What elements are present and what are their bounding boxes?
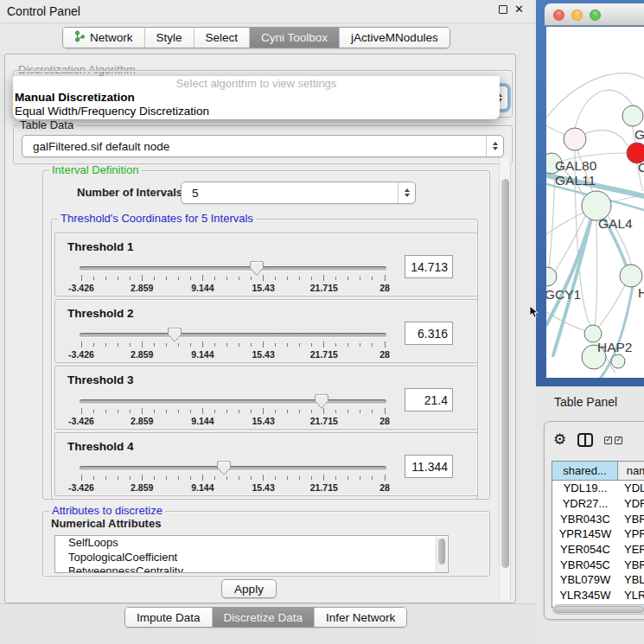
table-row[interactable]: YLR345WYLR3: [552, 588, 644, 603]
threshold-title: Threshold 2: [67, 307, 134, 320]
threshold-slider[interactable]: [80, 266, 386, 271]
cell-shared-name: YBR045C: [552, 557, 618, 572]
number-of-intervals-label: Number of Intervals: [74, 187, 185, 199]
number-of-intervals-combo[interactable]: 5: [181, 182, 416, 204]
gear-icon[interactable]: ⚙: [553, 431, 566, 449]
app-screen: Control Panel ✕ NetworkStyleSelectCyni T…: [0, 0, 644, 644]
tab-label: Impute Data: [137, 611, 201, 624]
tab-select[interactable]: Select: [194, 28, 250, 48]
algorithm-popup: Select algorithm to view settings Manual…: [13, 76, 500, 119]
checkbox-checked-icon[interactable]: [604, 437, 612, 444]
node-bottom-small[interactable]: [611, 354, 625, 368]
cell-name: YER0: [618, 542, 644, 558]
panel-scrollbar[interactable]: [499, 158, 511, 601]
threshold-value-field[interactable]: [405, 388, 453, 411]
split-table-icon[interactable]: [577, 433, 593, 447]
zoom-light[interactable]: [590, 10, 601, 21]
numerical-attributes-list[interactable]: SelfLoopsTopologicalCoefficientBetweenne…: [54, 535, 449, 573]
threshold-slider[interactable]: [80, 466, 386, 470]
tab-label: Cyni Toolbox: [261, 31, 328, 44]
attributes-group-label: Attributes to discretize: [49, 505, 165, 517]
table-row[interactable]: YBR043CYBR0: [552, 511, 644, 526]
minimize-light[interactable]: [571, 10, 583, 21]
tab-impute-data[interactable]: Impute Data: [125, 608, 212, 627]
cell-name: YPR1: [618, 526, 644, 542]
mouse-cursor: [529, 305, 539, 322]
slider-ticks: [81, 275, 385, 282]
table-panel-box: ⚙ shared... name YDL19...YDL1YDR27...YDR…: [544, 421, 644, 620]
threshold-card-2: Threshold 2-3.4262.8599.14415.4321.71528: [54, 299, 478, 363]
slider-tick-labels: -3.4262.8599.14415.4321.71528: [81, 416, 385, 426]
slider-ticks: [81, 408, 385, 415]
bottom-tab-bar: Impute DataDiscretize DataInfer Network: [124, 607, 407, 628]
tab-infer-network[interactable]: Infer Network: [314, 608, 406, 627]
panel-scrollbar-thumb[interactable]: [501, 179, 509, 568]
threshold-card-1: Threshold 1-3.4262.8599.14415.4321.71528: [54, 233, 478, 296]
attribute-list-item[interactable]: SelfLoops: [55, 536, 448, 551]
column-header-name[interactable]: name: [618, 462, 644, 480]
combo-stepper-icon: [398, 182, 415, 203]
close-icon[interactable]: ✕: [514, 5, 524, 14]
algorithm-option-equal-width[interactable]: Equal Width/Frequency Discretization: [13, 105, 500, 118]
table-row[interactable]: YDL19...YDL1: [552, 481, 644, 496]
column-header-shared-name[interactable]: shared...: [552, 462, 618, 480]
table-row[interactable]: YER054CYER0: [552, 542, 644, 558]
node-table[interactable]: shared... name YDL19...YDL1YDR27...YDR2Y…: [552, 461, 644, 608]
attribute-list-item[interactable]: TopologicalCoefficient: [55, 551, 448, 565]
threshold-slider[interactable]: [80, 399, 386, 404]
apply-button[interactable]: Apply: [221, 579, 277, 598]
algorithm-option-manual[interactable]: Manual Discretization: [13, 91, 500, 105]
threshold-value-field[interactable]: [405, 455, 453, 478]
attributes-list-scrollbar[interactable]: [436, 537, 447, 573]
cell-shared-name: YPR145W: [552, 526, 618, 542]
table-horizontal-scrollbar[interactable]: [552, 604, 644, 615]
algorithm-popup-placeholder: Select algorithm to view settings: [13, 77, 500, 91]
threshold-slider[interactable]: [80, 333, 386, 337]
tab-label: Discretize Data: [224, 611, 303, 624]
cell-shared-name: YDR27...: [552, 496, 618, 512]
tab-label: Select: [206, 31, 239, 44]
cell-name: YBL0: [618, 572, 644, 588]
node-label-hap2: HAP2: [597, 340, 633, 354]
cell-shared-name: YDL19...: [552, 481, 618, 496]
node-label-gcy1: GCY1: [546, 287, 581, 302]
table-row[interactable]: YBR045CYBR0: [552, 557, 644, 572]
table-scrollbar-thumb[interactable]: [554, 606, 644, 613]
close-light[interactable]: [553, 10, 564, 21]
node-top-right[interactable]: [622, 105, 643, 126]
threshold-value-field[interactable]: [405, 255, 453, 278]
interval-definition-group-label: Interval Definition: [49, 164, 141, 176]
tab-jactivemnodules[interactable]: jActiveMNodules: [339, 28, 450, 48]
cell-name: YDR2: [618, 496, 644, 512]
table-data-combo[interactable]: galFiltered.sif default node: [22, 135, 504, 157]
node-gcy1[interactable]: [546, 267, 557, 286]
node-gal80[interactable]: [564, 128, 586, 150]
threshold-value-field[interactable]: [405, 322, 453, 345]
threshold-title: Threshold 1: [67, 240, 134, 253]
tab-style[interactable]: Style: [144, 28, 194, 48]
slider-tick-labels: -3.4262.8599.14415.4321.71528: [81, 349, 385, 360]
threshold-title: Threshold 3: [67, 373, 134, 386]
network-icon: [74, 30, 86, 45]
control-panel-title: Control Panel: [7, 4, 80, 18]
checkbox-checked-icon[interactable]: [615, 437, 622, 444]
cell-name: YDL1: [618, 481, 644, 496]
tab-network[interactable]: Network: [63, 28, 144, 48]
number-of-intervals-value: 5: [192, 187, 199, 200]
table-row[interactable]: YBL079WYBL0: [552, 572, 644, 588]
tab-label: Infer Network: [326, 611, 395, 624]
combo-stepper-icon: [486, 136, 503, 156]
network-canvas[interactable]: GAL80GACGAL11GAL4GCY1HHAP2: [546, 27, 644, 378]
tab-discretize-data[interactable]: Discretize Data: [212, 608, 315, 627]
table-row[interactable]: YPR145WYPR1: [552, 526, 644, 542]
network-window-titlebar[interactable]: [545, 3, 644, 26]
table-row[interactable]: YDR27...YDR2: [552, 496, 644, 512]
float-window-icon[interactable]: [499, 5, 507, 14]
slider-tick-labels: -3.4262.8599.14415.4321.71528: [81, 482, 385, 493]
attribute-list-item[interactable]: BetweennessCentrality: [55, 564, 448, 573]
tab-cyni-toolbox[interactable]: Cyni Toolbox: [249, 28, 339, 48]
node-h[interactable]: [620, 265, 642, 287]
control-panel-titlebar: Control Panel ✕: [0, 0, 536, 23]
slider-tick-labels: -3.4262.8599.14415.4321.71528: [81, 283, 385, 293]
cell-shared-name: YLR345W: [552, 588, 618, 603]
